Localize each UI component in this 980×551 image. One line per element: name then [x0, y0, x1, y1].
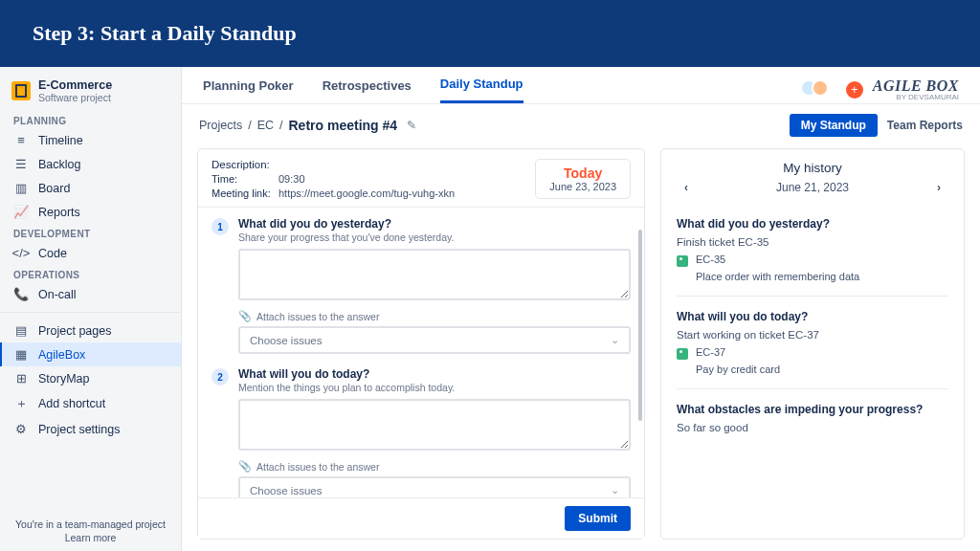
- gear-icon: ⚙: [13, 422, 29, 436]
- link-label: Meeting link:: [212, 187, 278, 199]
- q-number: 2: [212, 368, 229, 386]
- history-prev[interactable]: ‹: [684, 181, 688, 194]
- paperclip-icon: 📎: [238, 310, 252, 322]
- time-label: Time:: [212, 173, 278, 185]
- ticket-id: EC-37: [696, 346, 725, 358]
- topbar: Planning Poker Retrospectives Daily Stan…: [182, 67, 980, 103]
- main: Planning Poker Retrospectives Daily Stan…: [182, 67, 980, 551]
- brand-logo: AGILE BOX BY DEVSAMURAI: [873, 78, 959, 101]
- learn-more-link[interactable]: Learn more: [8, 532, 173, 543]
- section-operations: OPERATIONS: [0, 265, 181, 282]
- breadcrumb-title: Retro meeting #4: [289, 118, 398, 133]
- hist-a3: So far so good: [677, 422, 948, 433]
- sidebar-item-storymap[interactable]: ⊞StoryMap: [0, 366, 181, 390]
- scrollbar[interactable]: [638, 230, 642, 421]
- timeline-icon: ≡: [13, 133, 29, 147]
- question-2: 2 What will you do today? Mention the th…: [212, 367, 631, 504]
- story-icon: [677, 255, 688, 267]
- meeting-link[interactable]: https://meet.google.com/tug-vuhg-xkn: [278, 187, 455, 199]
- sidebar-item-backlog[interactable]: ☰Backlog: [0, 152, 181, 176]
- avatar: [812, 79, 829, 97]
- submit-button[interactable]: Submit: [565, 506, 631, 531]
- q2-attach-label: 📎Attach issues to the answer: [238, 460, 631, 473]
- nav-label: Add shortcut: [38, 397, 105, 410]
- add-member-button[interactable]: +: [846, 81, 863, 99]
- footer-text: You're in a team-managed project: [15, 518, 166, 530]
- project-header[interactable]: E-Commerce Software project: [0, 67, 181, 111]
- meeting-info: Description: Time: 09:30 Meeting link: h…: [198, 149, 644, 208]
- question-1: 1 What did you do yesterday? Share your …: [212, 217, 631, 354]
- board-icon: ▥: [13, 181, 29, 195]
- team-reports-button[interactable]: Team Reports: [887, 119, 963, 132]
- sidebar-item-add-shortcut[interactable]: ＋Add shortcut: [0, 390, 181, 417]
- divider: [677, 388, 948, 389]
- sidebar-item-board[interactable]: ▥Board: [0, 176, 181, 200]
- section-planning: PLANNING: [0, 111, 181, 128]
- paperclip-icon: 📎: [238, 460, 252, 473]
- q2-textarea[interactable]: [238, 399, 631, 451]
- q1-subtitle: Share your progress that you've done yes…: [238, 231, 454, 243]
- breadcrumb-bar: Projects/ EC/ Retro meeting #4 ✎ My Stan…: [182, 103, 980, 143]
- tab-planning-poker[interactable]: Planning Poker: [203, 78, 294, 102]
- standup-form-panel: Description: Time: 09:30 Meeting link: h…: [197, 148, 645, 540]
- history-panel: My history ‹ June 21, 2023 › What did yo…: [660, 148, 965, 540]
- sidebar-footer: You're in a team-managed project Learn m…: [0, 511, 181, 551]
- nav-label: Backlog: [38, 158, 80, 171]
- nav-label: On-call: [38, 288, 77, 301]
- sidebar: E-Commerce Software project PLANNING ≡Ti…: [0, 67, 182, 551]
- history-next[interactable]: ›: [937, 181, 941, 194]
- brand-name: AGILE BOX: [873, 78, 959, 94]
- ticket-ec35-desc: Place order with remembering data: [696, 271, 948, 282]
- today-label: Today: [549, 165, 616, 181]
- my-standup-button[interactable]: My Standup: [790, 114, 878, 137]
- submit-bar: Submit: [198, 497, 644, 539]
- sidebar-item-project-pages[interactable]: ▤Project pages: [0, 319, 181, 342]
- q1-textarea[interactable]: [238, 249, 631, 300]
- q-number: 1: [212, 218, 229, 235]
- q2-title: What will you do today?: [238, 367, 455, 381]
- story-icon: [677, 348, 688, 360]
- sidebar-divider: [0, 312, 181, 313]
- tab-daily-standup[interactable]: Daily Standup: [440, 77, 523, 103]
- tutorial-banner: Step 3: Start a Daily Standup: [0, 0, 980, 67]
- q1-attach-label: 📎Attach issues to the answer: [238, 310, 631, 322]
- sidebar-item-agilebox[interactable]: ▦AgileBox: [0, 342, 181, 366]
- backlog-icon: ☰: [13, 157, 29, 171]
- code-icon: </>: [13, 246, 29, 260]
- ticket-ec35[interactable]: EC-35: [677, 253, 948, 267]
- banner-title: Step 3: Start a Daily Standup: [33, 21, 947, 46]
- crumb-projects[interactable]: Projects: [199, 119, 242, 132]
- q2-subtitle: Mention the things you plan to accomplis…: [238, 382, 455, 393]
- history-date: June 21, 2023: [776, 181, 849, 194]
- chevron-down-icon: ⌄: [611, 334, 619, 346]
- ticket-ec37-desc: Pay by credit card: [696, 364, 948, 375]
- nav-label: Code: [38, 247, 67, 260]
- ticket-ec37[interactable]: EC-37: [677, 346, 948, 360]
- oncall-icon: 📞: [13, 287, 29, 301]
- history-title: My history: [677, 161, 948, 175]
- time-value: 09:30: [278, 173, 455, 185]
- project-type: Software project: [38, 92, 112, 103]
- agilebox-icon: ▦: [13, 347, 29, 362]
- today-badge: Today June 23, 2023: [535, 159, 631, 199]
- sidebar-item-code[interactable]: </>Code: [0, 241, 181, 265]
- hist-a2: Start working on ticket EC-37: [677, 329, 948, 341]
- chevron-down-icon: ⌄: [611, 484, 619, 496]
- sidebar-item-oncall[interactable]: 📞On-call: [0, 282, 181, 306]
- tab-retrospectives[interactable]: Retrospectives: [323, 78, 412, 102]
- team-avatars[interactable]: [800, 79, 833, 100]
- content: Description: Time: 09:30 Meeting link: h…: [182, 143, 980, 551]
- sidebar-item-timeline[interactable]: ≡Timeline: [0, 128, 181, 152]
- sidebar-item-reports[interactable]: 📈Reports: [0, 200, 181, 224]
- crumb-project-key[interactable]: EC: [257, 119, 274, 132]
- edit-title-icon[interactable]: ✎: [407, 119, 416, 132]
- questions-list: 1 What did you do yesterday? Share your …: [198, 208, 644, 539]
- sidebar-item-project-settings[interactable]: ⚙Project settings: [0, 417, 181, 441]
- project-name: E-Commerce: [38, 78, 112, 92]
- q1-choose-issues[interactable]: Choose issues⌄: [238, 326, 631, 354]
- q1-title: What did you do yesterday?: [238, 217, 454, 231]
- breadcrumb: Projects/ EC/ Retro meeting #4 ✎: [199, 118, 416, 133]
- history-date-nav: ‹ June 21, 2023 ›: [677, 181, 948, 194]
- hist-q3: What obstacles are impeding your progres…: [677, 403, 948, 416]
- section-development: DEVELOPMENT: [0, 224, 181, 241]
